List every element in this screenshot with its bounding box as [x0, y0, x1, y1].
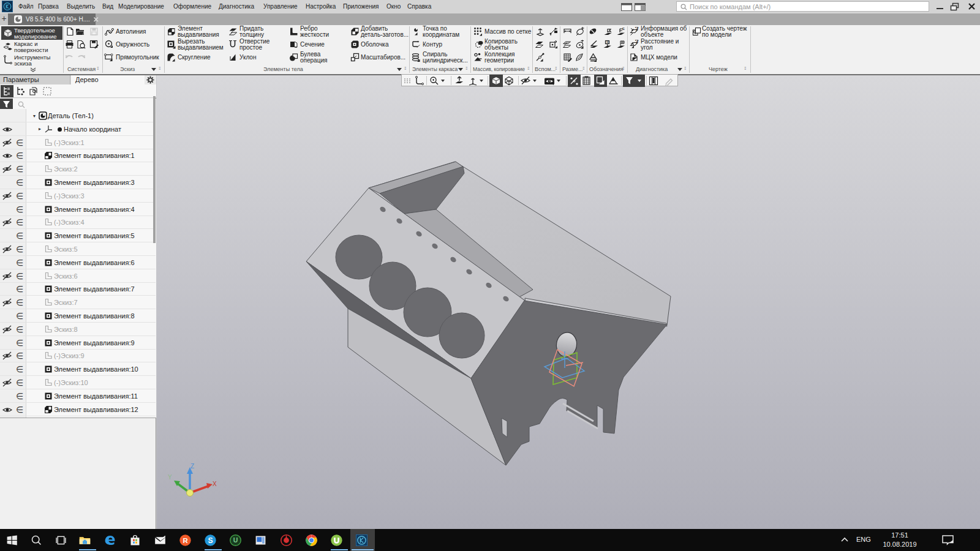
svg-text:S: S	[208, 536, 213, 545]
svg-text:Я: Я	[606, 40, 609, 44]
svg-text:U: U	[233, 536, 238, 544]
svg-text:Z: Z	[190, 463, 194, 470]
svg-text:X: X	[213, 481, 217, 487]
svg-text:Y: Y	[168, 474, 172, 481]
svg-text:E: E	[622, 27, 625, 31]
svg-text:?: ?	[635, 40, 639, 45]
svg-text:R: R	[183, 537, 187, 544]
svg-text:?: ?	[635, 27, 639, 32]
